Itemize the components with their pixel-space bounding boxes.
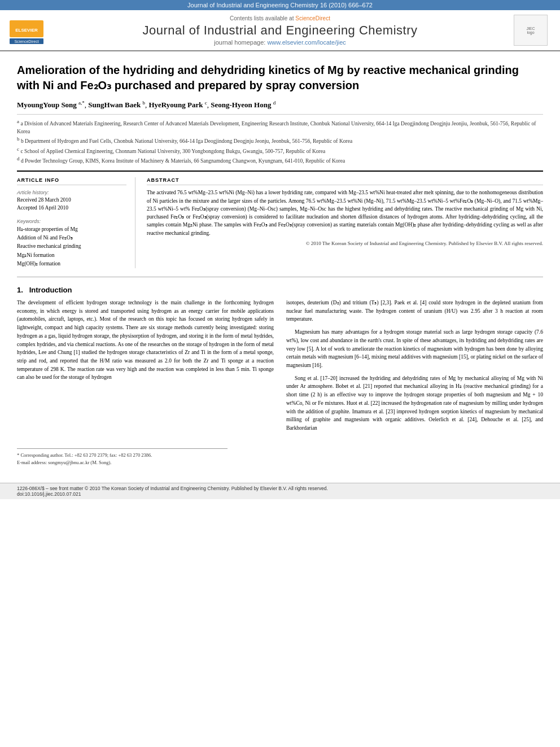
author-hyeryoung: HyeRyoung Park: [148, 101, 203, 109]
footnote-divider: [17, 448, 228, 449]
elsevier-logo: ELSEVIER ScienceDirect: [7, 15, 46, 46]
article-info-column: ARTICLE INFO Article history: Received 2…: [17, 177, 135, 268]
svg-text:ScienceDirect: ScienceDirect: [14, 40, 38, 43]
intro-left-col: The development of efficient hydrogen st…: [17, 299, 274, 437]
affiliation-d: d d Powder Technology Group, KIMS, Korea…: [17, 155, 543, 165]
bottom-issn: 1226-086X/$ – see front matter © 2010 Th…: [17, 486, 543, 491]
intro-right-col: isotopes, deuterium (D₂) and tritium (T₃…: [286, 299, 543, 437]
intro-right-text: isotopes, deuterium (D₂) and tritium (T₃…: [286, 299, 543, 433]
bottom-doi: doi:10.1016/j.jiec.2010.07.021: [17, 491, 543, 497]
abstract-column: ABSTRACT The activated 76.5 wt%Mg–23.5 w…: [147, 177, 543, 268]
svg-text:ELSEVIER: ELSEVIER: [15, 28, 38, 33]
journal-homepage: journal homepage: www.elsevier.com/locat…: [46, 39, 514, 46]
footnote-corresponding: * Corresponding author. Tel.: +82 63 270…: [17, 452, 543, 459]
author-seong: Seong-Hyeon Hong: [211, 101, 271, 109]
keywords-list: H₂-storage properties of Mg Addition of …: [17, 225, 126, 268]
main-content: Amelioration of the hydriding and dehydr…: [0, 51, 560, 477]
footnote-email: E-mail address: songmyu@jbnu.ac.kr (M. S…: [17, 459, 543, 466]
abstract-copyright: © 2010 The Korean Society of Industrial …: [147, 241, 543, 246]
header-left: ELSEVIER ScienceDirect: [7, 15, 46, 46]
keyword-5: Mg(OH)₂ formation: [17, 260, 126, 268]
introduction-body: The development of efficient hydrogen st…: [17, 299, 543, 437]
journal-bar-text: Journal of Industrial and Engineering Ch…: [187, 2, 373, 8]
affiliation-b: b b Department of Hydrogen and Fuel Cell…: [17, 136, 543, 145]
article-info-label: ARTICLE INFO: [17, 177, 126, 185]
keyword-4: Mg₂Ni formation: [17, 251, 126, 260]
keyword-2: Addition of Ni and Fe₂O₃: [17, 234, 126, 242]
author-sup-c: c: [205, 100, 207, 106]
contents-line: Contents lists available at ScienceDirec…: [46, 15, 514, 21]
header-right: JIEClogo: [514, 15, 553, 46]
header-center: Contents lists available at ScienceDirec…: [46, 15, 514, 46]
jiec-logo: JIEClogo: [514, 15, 548, 46]
affiliation-a: a a Division of Advanced Materials Engin…: [17, 118, 543, 136]
footnote-section: * Corresponding author. Tel.: +82 63 270…: [17, 448, 543, 466]
author-sup-a: a,*: [78, 100, 85, 106]
authors-line: MyoungYoup Song a,*, SungHwan Baek b, Hy…: [17, 100, 543, 110]
abstract-text: The activated 76.5 wt%Mg–23.5 wt%Ni (Mg–…: [147, 189, 543, 237]
article-title: Amelioration of the hydriding and dehydr…: [17, 63, 543, 93]
page-header: ELSEVIER ScienceDirect Contents lists av…: [0, 10, 560, 51]
keywords-label: Keywords:: [17, 219, 126, 224]
homepage-url[interactable]: www.elsevier.com/locate/jiec: [267, 39, 345, 46]
section-divider: [17, 277, 543, 277]
author-sup-b: b: [142, 100, 145, 106]
introduction-section: 1. Introduction The development of effic…: [17, 286, 543, 437]
author-sup-d: d: [273, 100, 276, 106]
author-myoungyoup: MyoungYoup Song: [17, 101, 77, 109]
affiliations: a a Division of Advanced Materials Engin…: [17, 114, 543, 165]
received-date: Received 28 March 2010: [17, 196, 126, 204]
intro-left-text: The development of efficient hydrogen st…: [17, 299, 274, 382]
bottom-bar: 1226-086X/$ – see front matter © 2010 Th…: [0, 483, 560, 499]
keyword-3: Reactive mechanical grinding: [17, 242, 126, 251]
affiliation-c: c c School of Applied Chemical Engineeri…: [17, 146, 543, 155]
history-label: Article history:: [17, 190, 126, 195]
author-sunghwan: SungHwan Baek: [88, 101, 141, 109]
journal-title-header: Journal of Industrial and Engineering Ch…: [46, 23, 514, 38]
accepted-date: Accepted 16 April 2010: [17, 204, 126, 212]
keyword-1: H₂-storage properties of Mg: [17, 225, 126, 234]
abstract-label: ABSTRACT: [147, 177, 543, 185]
article-info-abstract-section: ARTICLE INFO Article history: Received 2…: [17, 171, 543, 268]
introduction-title: 1. Introduction: [17, 286, 543, 294]
sciencedirect-link[interactable]: ScienceDirect: [295, 15, 330, 21]
journal-bar: Journal of Industrial and Engineering Ch…: [0, 0, 560, 10]
